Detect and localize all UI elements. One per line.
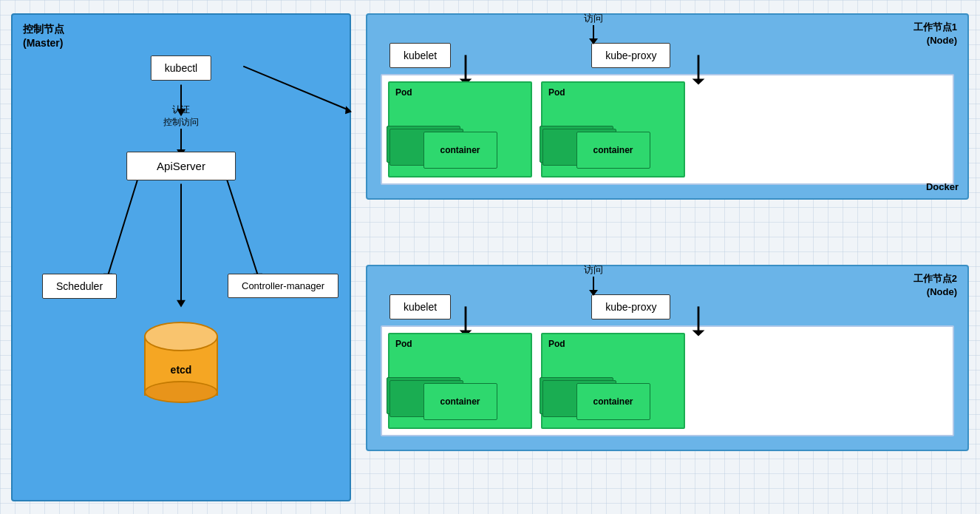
worker1-kubeproxy: kube-proxy: [591, 43, 670, 68]
master-arrows: [13, 15, 350, 500]
svg-line-10: [243, 66, 350, 110]
worker1-kubelet: kubelet: [389, 43, 451, 68]
worker1-pod1: Pod container: [388, 81, 532, 177]
worker2-pod2: Pod container: [541, 333, 685, 429]
worker1-pod2-label: Pod: [548, 87, 565, 98]
worker2-title: 工作节点2 (Node): [913, 272, 957, 299]
worker2-kubelet-col: kubelet: [389, 294, 451, 319]
worker2-pod1-stack: container: [423, 383, 497, 420]
worker2-pod2-front: container: [576, 383, 650, 420]
worker1-panel: 工作节点1 (Node) kubelet kube-proxy: [366, 13, 969, 200]
worker1-pod2-front: container: [576, 132, 650, 169]
scheduler-box: Scheduler: [42, 274, 117, 299]
right-panels: 访问 工作节点1 (Node) kubelet: [366, 13, 969, 501]
worker2-pod1-front: container: [423, 383, 497, 420]
worker2-top-row: kubelet kube-proxy: [375, 274, 960, 319]
worker2-access-arrowhead: [589, 290, 598, 296]
worker1-wrapper: 访问 工作节点1 (Node) kubelet: [366, 13, 969, 250]
etcd-bottom: [144, 381, 218, 403]
worker2-pod1: Pod container: [388, 333, 532, 429]
worker2-inner-panel: Pod container Pod: [381, 325, 954, 436]
svg-marker-5: [177, 300, 186, 307]
worker1-access-container: 访问: [584, 12, 603, 44]
master-title: 控制节点 (Master): [23, 22, 64, 51]
controller-box: Controller-manager: [228, 274, 338, 298]
master-panel: 控制节点 (Master) kubectl 认证 控制访问 ApiServer …: [11, 13, 351, 501]
apiserver-box: ApiServer: [126, 152, 236, 180]
worker2-access-line: [593, 277, 594, 290]
auth-text: 认证 控制访问: [163, 104, 199, 129]
worker1-pod1-stack: container: [423, 132, 497, 169]
worker1-inner-panel: Pod container Pod: [381, 74, 954, 185]
worker2-access-container: 访问: [584, 263, 603, 296]
worker2-pod1-label: Pod: [395, 339, 412, 349]
worker1-pod2-stack: container: [576, 132, 650, 169]
worker1-top-row: kubelet kube-proxy: [375, 22, 960, 68]
worker2-access-label: 访问: [584, 263, 603, 277]
worker1-docker-label: Docker: [926, 181, 959, 192]
svg-marker-11: [345, 106, 352, 114]
worker1-pod1-label: Pod: [395, 87, 412, 98]
etcd-label: etcd: [171, 364, 192, 376]
worker1-kubelet-col: kubelet: [389, 43, 451, 68]
etcd-container: etcd: [144, 322, 218, 403]
worker2-kubelet: kubelet: [389, 294, 451, 319]
svg-line-6: [108, 169, 141, 275]
worker2-kubeproxy-col: kube-proxy: [591, 294, 670, 319]
worker1-pod2: Pod container: [541, 81, 685, 177]
worker1-kubeproxy-col: kube-proxy: [591, 43, 670, 68]
worker1-title: 工作节点1 (Node): [913, 21, 957, 47]
etcd-top: [144, 322, 218, 351]
worker1-pod1-front: container: [423, 132, 497, 169]
worker1-access-line: [593, 25, 594, 38]
svg-line-8: [223, 169, 258, 275]
worker2-pod2-label: Pod: [548, 339, 565, 349]
worker2-panel: 工作节点2 (Node) kubelet kube-proxy: [366, 265, 969, 451]
worker2-pod2-stack: container: [576, 383, 650, 420]
worker2-kubeproxy: kube-proxy: [591, 294, 670, 319]
worker1-access-label: 访问: [584, 12, 603, 25]
worker1-access-arrowhead: [589, 38, 598, 44]
worker2-wrapper: 访问 工作节点2 (Node) kubelet k: [366, 265, 969, 501]
kubectl-box: kubectl: [151, 55, 211, 81]
